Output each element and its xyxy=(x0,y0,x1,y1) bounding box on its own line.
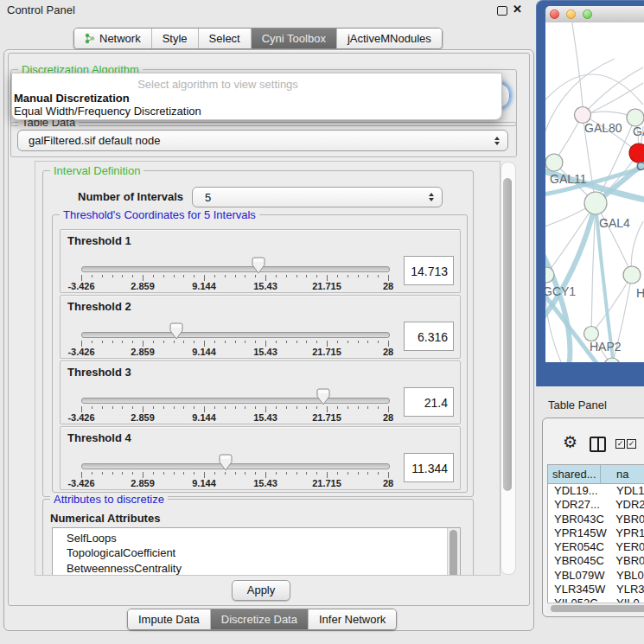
tab-network[interactable]: Network xyxy=(74,29,151,48)
minimize-traffic-light-icon[interactable] xyxy=(566,10,576,19)
bottom-tabbar: Impute DataDiscretize DataInfer Network xyxy=(127,609,397,630)
tick xyxy=(367,406,368,409)
zoom-traffic-light-icon[interactable] xyxy=(583,10,592,19)
tab-label: Network xyxy=(99,32,141,45)
algorithm-option-manual-discretization[interactable]: Manual Discretization xyxy=(14,92,130,105)
node-label-c: C xyxy=(636,159,644,173)
apply-button[interactable]: Apply xyxy=(232,580,290,601)
table-row[interactable]: YDR27...YDR2 xyxy=(548,498,644,512)
tick xyxy=(265,406,266,412)
tick xyxy=(265,275,266,281)
checkbox-icon[interactable]: ✓ xyxy=(615,439,625,449)
tick xyxy=(388,341,389,347)
slider-thumb[interactable] xyxy=(316,388,330,409)
spinner-arrows-icon xyxy=(429,193,434,201)
network-node-ga[interactable] xyxy=(627,109,644,126)
column-header-shared-[interactable]: shared... xyxy=(548,465,601,484)
tab-cyni-toolbox[interactable]: Cyni Toolbox xyxy=(251,29,336,48)
threshold-slider-track[interactable] xyxy=(81,398,390,404)
close-traffic-light-icon[interactable] xyxy=(550,10,559,19)
threshold-value-field[interactable]: 14.713 xyxy=(404,256,454,285)
tick xyxy=(306,275,307,277)
table-row[interactable]: YLR345WYLR3 xyxy=(548,583,644,596)
slider-thumb[interactable] xyxy=(169,322,183,343)
tick xyxy=(225,275,226,277)
tick-label: 2.859 xyxy=(131,412,155,423)
table-data-combobox[interactable]: galFiltered.sif default node xyxy=(17,130,508,151)
threshold-label: Threshold 1 xyxy=(67,234,131,247)
threshold-value-field[interactable]: 11.344 xyxy=(404,453,454,482)
split-panel-icon[interactable] xyxy=(590,437,606,452)
table-row[interactable]: YBR043CYBR0 xyxy=(548,513,644,526)
tick xyxy=(143,472,143,478)
attribute-item-betweennesscentrality[interactable]: BetweennessCentrality xyxy=(53,561,460,576)
network-node-hap2[interactable] xyxy=(584,327,599,341)
node-label-h: H xyxy=(636,286,644,300)
numerical-attributes-list[interactable]: SelfLoopsTopologicalCoefficientBetweenne… xyxy=(52,527,461,576)
tick xyxy=(214,406,215,409)
node-table[interactable]: shared...na YDL19...YDL1YDR27...YDR2YBR0… xyxy=(547,464,644,603)
network-graph[interactable]: GAL80GACGAL11GAL4GCY1HHAP2 xyxy=(545,22,644,362)
tab-infer-network[interactable]: Infer Network xyxy=(308,609,396,629)
table-row[interactable]: YPR145WYPR1 xyxy=(548,526,644,540)
tick xyxy=(102,406,103,409)
tick xyxy=(235,472,236,475)
threshold-value-field[interactable]: 21.4 xyxy=(404,387,454,417)
tick xyxy=(163,341,164,343)
tick xyxy=(286,275,287,277)
hscrollbar-thumb[interactable] xyxy=(551,605,644,612)
tick xyxy=(286,341,287,343)
panel-scrollbar[interactable] xyxy=(501,162,516,575)
tab-select[interactable]: Select xyxy=(198,29,251,48)
close-icon[interactable]: ✕ xyxy=(513,3,522,16)
attribute-item-topologicalcoefficient[interactable]: TopologicalCoefficient xyxy=(53,545,460,560)
tick xyxy=(235,341,236,343)
tab-impute-data[interactable]: Impute Data xyxy=(128,609,210,629)
network-node-h[interactable] xyxy=(623,266,641,284)
number-of-intervals-spinner[interactable]: 5 xyxy=(192,187,443,207)
panel-scrollbar-thumb[interactable] xyxy=(503,178,512,491)
network-node-gal4[interactable] xyxy=(584,192,607,214)
attribute-item-selfloops[interactable]: SelfLoops xyxy=(53,531,460,545)
tick xyxy=(327,275,328,281)
table-horizontal-scrollbar[interactable] xyxy=(547,603,644,614)
table-row[interactable]: YBL079WYBL0 xyxy=(548,569,644,583)
column-header-na[interactable]: na xyxy=(601,465,644,484)
table-data-value: galFiltered.sif default node xyxy=(29,134,160,147)
table-panel-title: Table Panel xyxy=(548,399,607,411)
tab-label: Select xyxy=(209,32,240,45)
tick xyxy=(296,406,297,409)
cell-name: YBR0 xyxy=(610,554,644,568)
table-row[interactable]: YDL19...YDL1 xyxy=(548,484,644,498)
algorithm-option-equal-width-frequency-discretization[interactable]: Equal Width/Frequency Discretization xyxy=(14,105,201,118)
tick xyxy=(122,472,123,475)
slider-thumb[interactable] xyxy=(219,454,233,475)
tab-jactivemnodules[interactable]: jActiveMNodules xyxy=(336,29,442,48)
threshold-slider-track[interactable] xyxy=(81,332,390,338)
tick xyxy=(286,406,287,409)
checkbox-icon[interactable]: ✓ xyxy=(627,439,636,449)
tick xyxy=(276,472,277,475)
network-window-titlebar[interactable] xyxy=(545,6,644,23)
network-canvas[interactable]: GAL80GACGAL11GAL4GCY1HHAP2 xyxy=(545,22,644,362)
tick-label: 28 xyxy=(383,347,393,357)
float-window-icon[interactable] xyxy=(497,6,507,16)
tab-style[interactable]: Style xyxy=(151,29,198,48)
table-row[interactable]: YBR045CYBR0 xyxy=(548,554,644,568)
threshold-slider-track[interactable] xyxy=(81,463,390,469)
slider-thumb[interactable] xyxy=(252,257,265,277)
threshold-value-field[interactable]: 6.316 xyxy=(404,322,454,351)
combo-arrows-icon xyxy=(494,137,500,145)
table-row[interactable]: YER054CYER0 xyxy=(548,540,644,554)
tick-label: 15.43 xyxy=(253,347,277,357)
list-scrollbar[interactable] xyxy=(447,528,460,576)
tick xyxy=(183,275,184,277)
tick xyxy=(112,472,113,475)
network-node-gal11[interactable] xyxy=(545,154,563,171)
tick-label: -3.426 xyxy=(67,281,94,291)
network-view-window[interactable]: GAL80GACGAL11GAL4GCY1HHAP2 xyxy=(536,0,644,386)
threshold-slider-track[interactable] xyxy=(81,266,390,272)
gear-icon[interactable]: ⚙ xyxy=(563,434,577,451)
tick-label: 15.43 xyxy=(253,281,277,291)
tab-discretize-data[interactable]: Discretize Data xyxy=(210,609,308,629)
